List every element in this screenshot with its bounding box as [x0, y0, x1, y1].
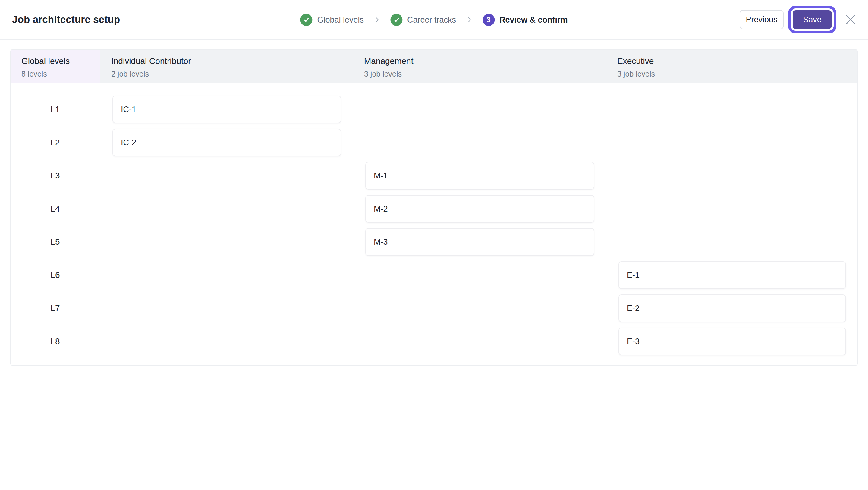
job-level-slot: [100, 258, 352, 292]
table-header-row: Global levels 8 levels Individual Contri…: [10, 50, 858, 83]
close-icon: [845, 14, 856, 25]
level-row-slot: L4: [10, 192, 100, 225]
job-level-slot: [100, 192, 352, 225]
job-level-card[interactable]: M-3: [365, 228, 594, 256]
job-level-slot: [100, 325, 352, 358]
job-level-slot: [353, 93, 606, 126]
level-label: L5: [50, 237, 60, 247]
save-button[interactable]: Save: [793, 10, 832, 29]
column-title: Executive: [617, 56, 858, 66]
job-level-slot: IC-1: [100, 93, 352, 126]
column-title: Management: [364, 56, 606, 66]
track-column-body: IC-1IC-2: [100, 83, 353, 365]
job-level-slot: [607, 93, 858, 126]
job-level-slot: E-3: [607, 325, 858, 358]
stepper: Global levelsCareer tracks3Review & conf…: [300, 0, 567, 40]
level-row-slot: L5: [10, 225, 100, 258]
page-title: Job architecture setup: [12, 14, 120, 25]
level-label: L8: [50, 337, 60, 346]
level-row-slot: L8: [10, 325, 100, 358]
job-level-card[interactable]: IC-1: [113, 95, 341, 123]
job-level-slot: [100, 225, 352, 258]
level-row-slot: L3: [10, 159, 100, 192]
track-column-body: M-1M-2M-3: [353, 83, 607, 365]
level-label: L1: [50, 104, 60, 114]
column-subtitle: 2 job levels: [111, 70, 352, 78]
chevron-right-icon: [466, 17, 472, 23]
step-complete-check-icon: [390, 14, 402, 26]
step-complete-check-icon: [300, 14, 312, 26]
column-title: Global levels: [22, 56, 100, 66]
job-level-slot: [353, 258, 606, 292]
job-level-card[interactable]: E-1: [618, 261, 846, 289]
job-level-slot: M-3: [353, 225, 606, 258]
step-number-badge: 3: [483, 14, 495, 26]
track-column-body: E-1E-2E-3: [607, 83, 858, 365]
track-column-header: Management3 job levels: [353, 50, 607, 83]
step-label: Career tracks: [407, 16, 456, 25]
job-level-slot: [100, 292, 352, 325]
close-button[interactable]: [844, 13, 857, 26]
stepper-step-career-tracks[interactable]: Career tracks: [390, 14, 456, 26]
job-level-slot: [607, 126, 858, 159]
column-subtitle: 3 job levels: [617, 70, 858, 78]
previous-button[interactable]: Previous: [740, 10, 784, 29]
track-column-header: Individual Contributor2 job levels: [100, 50, 353, 83]
level-row-slot: L6: [10, 258, 100, 292]
job-level-slot: [100, 159, 352, 192]
table-body: L1L2L3L4L5L6L7L8 IC-1IC-2M-1M-2M-3E-1E-2…: [10, 83, 858, 365]
job-architecture-setup-page: Job architecture setup Global levelsCare…: [0, 0, 868, 490]
column-subtitle: 3 job levels: [364, 70, 606, 78]
job-level-slot: [353, 292, 606, 325]
job-level-slot: IC-2: [100, 126, 352, 159]
job-level-card[interactable]: M-1: [365, 162, 594, 189]
level-mapping-table: Global levels 8 levels Individual Contri…: [10, 49, 858, 366]
job-level-slot: M-1: [353, 159, 606, 192]
job-level-slot: E-1: [607, 258, 858, 292]
column-subtitle: 8 levels: [22, 70, 100, 78]
job-level-slot: [607, 192, 858, 225]
level-row-slot: L1: [10, 93, 100, 126]
job-level-card[interactable]: IC-2: [113, 129, 341, 156]
job-level-card[interactable]: E-3: [618, 328, 846, 355]
job-level-card[interactable]: M-2: [365, 195, 594, 223]
job-level-slot: M-2: [353, 192, 606, 225]
job-level-slot: [607, 225, 858, 258]
top-bar: Job architecture setup Global levelsCare…: [0, 0, 868, 40]
levels-column-header: Global levels 8 levels: [10, 50, 100, 83]
level-row-slot: L7: [10, 292, 100, 325]
levels-column-body: L1L2L3L4L5L6L7L8: [10, 83, 100, 365]
column-title: Individual Contributor: [111, 56, 352, 66]
job-level-slot: E-2: [607, 292, 858, 325]
track-column-header: Executive3 job levels: [607, 50, 858, 83]
level-label: L2: [50, 138, 60, 147]
level-label: L6: [50, 270, 60, 280]
job-level-slot: [353, 126, 606, 159]
chevron-right-icon: [374, 17, 380, 23]
level-label: L4: [50, 204, 60, 214]
job-level-slot: [353, 325, 606, 358]
stepper-step-global-levels[interactable]: Global levels: [300, 14, 364, 26]
level-label: L3: [50, 171, 60, 181]
job-level-slot: [607, 159, 858, 192]
level-label: L7: [50, 303, 60, 313]
step-label: Review & confirm: [499, 16, 568, 25]
job-level-card[interactable]: E-2: [618, 295, 846, 322]
level-row-slot: L2: [10, 126, 100, 159]
step-label: Global levels: [317, 16, 364, 25]
stepper-step-review-confirm[interactable]: 3Review & confirm: [483, 14, 568, 26]
topbar-actions: Previous Save: [740, 10, 857, 29]
